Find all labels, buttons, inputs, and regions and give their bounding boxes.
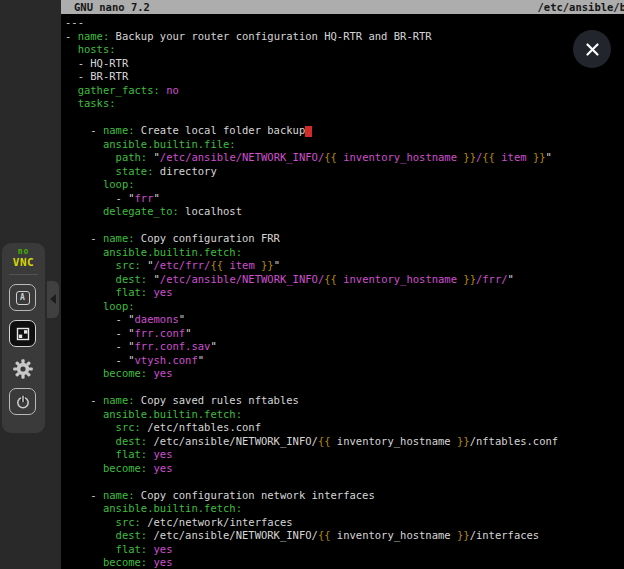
editor-line: - "frr.conf"	[65, 327, 558, 341]
editor-line: loop:	[65, 178, 558, 192]
editor-line: hosts:	[65, 43, 558, 57]
editor-line: - HQ-RTR	[65, 57, 558, 71]
panel-collapse-handle[interactable]	[47, 281, 59, 318]
editor-line: src: "/etc/frr/{{ item }}"	[65, 259, 558, 273]
editor-line: ---	[65, 16, 558, 30]
editor-line: flat: yes	[65, 543, 558, 557]
editor-line: - BR-RTR	[65, 70, 558, 84]
editor-line: path: "/etc/ansible/NETWORK_INFO/{{ inve…	[65, 151, 558, 165]
drag-icon	[15, 326, 31, 342]
panel-divider	[9, 274, 38, 275]
text-cursor	[305, 126, 311, 137]
editor-line: dest: "/etc/ansible/NETWORK_INFO/{{ inve…	[65, 273, 558, 287]
editor-line	[65, 475, 558, 489]
editor-line: flat: yes	[65, 448, 558, 462]
editor-line	[65, 381, 558, 395]
editor-line: delegate_to: localhost	[65, 205, 558, 219]
editor-line: become: yes	[65, 462, 558, 476]
power-button[interactable]	[9, 388, 36, 415]
nano-file-path: /etc/ansible/b	[537, 0, 624, 14]
novnc-logo: no VNC	[2, 243, 45, 268]
editor-line	[65, 219, 558, 233]
editor-text[interactable]: ---- name: Backup your router configurat…	[61, 15, 558, 569]
editor-line: ansible.builtin.file:	[65, 138, 558, 152]
novnc-logo-top: no	[2, 248, 45, 256]
collapse-left-icon	[50, 294, 56, 304]
editor-line: - name: Copy saved rules nftables	[65, 394, 558, 408]
editor-line: - "frr"	[65, 192, 558, 206]
editor-line: src: /etc/network/interfaces	[65, 516, 558, 530]
nano-version-label: GNU nano 7.2	[74, 0, 150, 14]
editor-line: state: directory	[65, 165, 558, 179]
editor-line: gather_facts: no	[65, 84, 558, 98]
editor-line	[65, 111, 558, 125]
editor-line: become: yes	[65, 556, 558, 569]
editor-line: ansible.builtin.fetch:	[65, 502, 558, 516]
keyboard-button[interactable]: A	[9, 284, 36, 311]
editor-line: - name: Copy configuration FRR	[65, 232, 558, 246]
nano-titlebar: GNU nano 7.2 /etc/ansible/b	[61, 0, 624, 14]
power-icon	[15, 394, 31, 410]
drag-button[interactable]	[9, 320, 36, 347]
gear-icon	[12, 358, 34, 380]
keyboard-icon: A	[16, 291, 30, 305]
editor-line: ansible.builtin.fetch:	[65, 246, 558, 260]
close-button[interactable]	[573, 30, 611, 68]
vnc-control-panel: no VNC A	[2, 243, 45, 433]
settings-button[interactable]	[9, 355, 36, 382]
novnc-logo-bottom: VNC	[2, 257, 45, 268]
editor-line: dest: /etc/ansible/NETWORK_INFO/{{ inven…	[65, 435, 558, 449]
editor-line: - "vtysh.conf"	[65, 354, 558, 368]
editor-line: tasks:	[65, 97, 558, 111]
terminal-window[interactable]: GNU nano 7.2 /etc/ansible/b ---- name: B…	[61, 0, 624, 569]
editor-line: flat: yes	[65, 286, 558, 300]
editor-line: - name: Copy configuration network inter…	[65, 489, 558, 503]
editor-line: dest: /etc/ansible/NETWORK_INFO/{{ inven…	[65, 529, 558, 543]
editor-line: - name: Create local folder backup	[65, 124, 558, 138]
editor-line: loop:	[65, 300, 558, 314]
editor-line: src: /etc/nftables.conf	[65, 421, 558, 435]
editor-line: - name: Backup your router configuration…	[65, 30, 558, 44]
close-icon	[585, 42, 600, 57]
editor-line: ansible.builtin.fetch:	[65, 408, 558, 422]
editor-line: - "daemons"	[65, 313, 558, 327]
editor-line: become: yes	[65, 367, 558, 381]
editor-line: - "frr.conf.sav"	[65, 340, 558, 354]
vnc-sidebar: no VNC A	[0, 0, 61, 569]
